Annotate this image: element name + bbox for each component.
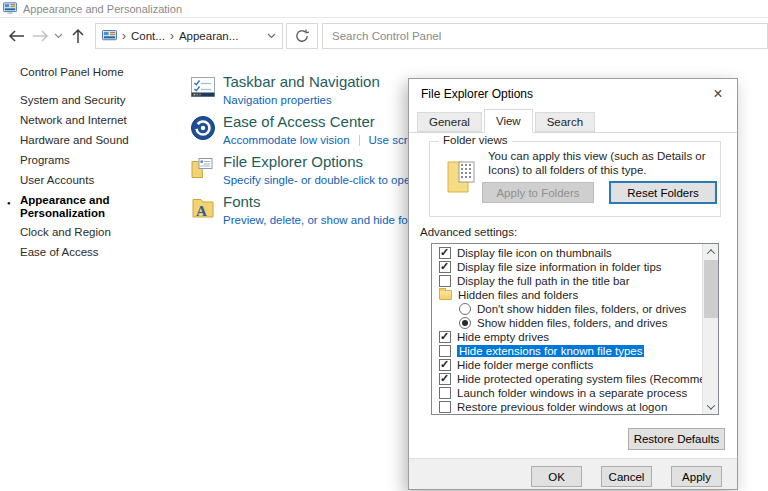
cancel-button[interactable]: Cancel bbox=[601, 466, 652, 487]
tab-general[interactable]: General bbox=[417, 112, 482, 132]
breadcrumb-item-appearance[interactable]: Appearan... bbox=[179, 30, 238, 42]
radio-button[interactable] bbox=[459, 317, 471, 329]
sidebar-item-clock-region[interactable]: Clock and Region bbox=[20, 226, 145, 239]
restore-defaults-button[interactable]: Restore Defaults bbox=[628, 428, 725, 450]
setting-display-file-size[interactable]: Display file size information in folder … bbox=[432, 260, 701, 274]
radio-button[interactable] bbox=[459, 303, 471, 315]
setting-display-full-path[interactable]: Display the full path in the title bar bbox=[432, 274, 701, 288]
refresh-button[interactable] bbox=[286, 23, 318, 49]
ease-of-access-icon bbox=[190, 115, 216, 141]
tab-view[interactable]: View bbox=[484, 109, 533, 133]
tab-search[interactable]: Search bbox=[535, 112, 595, 132]
sidebar-item-user-accounts[interactable]: User Accounts bbox=[20, 174, 145, 187]
file-explorer-options-icon bbox=[190, 155, 216, 181]
checkbox[interactable] bbox=[439, 261, 451, 273]
navigation-toolbar: › Cont... › Appearan... bbox=[0, 19, 768, 52]
breadcrumb-separator: › bbox=[122, 29, 126, 43]
scrollbar[interactable] bbox=[702, 244, 718, 414]
search-input[interactable] bbox=[323, 24, 767, 48]
advanced-settings-list: Display file icon on thumbnails Display … bbox=[431, 243, 719, 415]
taskbar-navigation-icon bbox=[190, 75, 216, 101]
control-panel-window: Appearance and Personalization bbox=[0, 0, 768, 491]
folder-views-description: You can apply this view (such as Details… bbox=[488, 149, 720, 177]
link-divider bbox=[359, 135, 360, 146]
folder-icon bbox=[439, 290, 452, 300]
link-accommodate-low-vision[interactable]: Accommodate low vision bbox=[223, 134, 350, 146]
tab-divider bbox=[409, 132, 737, 133]
sidebar-item-appearance-personalization[interactable]: Appearance and Personalization bbox=[20, 194, 145, 220]
setting-display-file-icon[interactable]: Display file icon on thumbnails bbox=[432, 246, 701, 260]
dialog-footer: OK Cancel Apply bbox=[409, 458, 737, 489]
chevron-down-icon[interactable] bbox=[52, 26, 64, 46]
control-panel-icon bbox=[3, 2, 17, 15]
refresh-icon bbox=[295, 29, 309, 43]
chevron-down-icon[interactable] bbox=[267, 33, 276, 39]
sidebar-item-network-internet[interactable]: Network and Internet bbox=[20, 114, 145, 127]
checkbox[interactable] bbox=[439, 275, 451, 287]
setting-restore-previous-windows[interactable]: Restore previous folder windows at logon bbox=[432, 400, 701, 414]
link-specify-click[interactable]: Specify single- or double-click to open bbox=[223, 174, 417, 186]
apply-button[interactable]: Apply bbox=[671, 466, 722, 487]
address-bar[interactable]: › Cont... › Appearan... bbox=[95, 23, 283, 49]
scroll-down-icon[interactable] bbox=[703, 399, 719, 414]
checkbox[interactable] bbox=[439, 387, 451, 399]
setting-hidden-files-group[interactable]: Hidden files and folders bbox=[432, 288, 701, 302]
sidebar-item-programs[interactable]: Programs bbox=[20, 154, 145, 167]
advanced-settings-label: Advanced settings: bbox=[420, 226, 517, 238]
setting-hide-extensions[interactable]: Hide extensions for known file types bbox=[432, 344, 701, 358]
dialog-tabs: General View Search bbox=[417, 112, 597, 133]
close-icon[interactable]: × bbox=[705, 83, 731, 105]
back-arrow-icon[interactable] bbox=[6, 26, 26, 46]
setting-dont-show-hidden[interactable]: Don't show hidden files, folders, or dri… bbox=[432, 302, 701, 316]
link-navigation-properties[interactable]: Navigation properties bbox=[223, 94, 332, 106]
breadcrumb-separator: › bbox=[170, 29, 174, 43]
checkbox[interactable] bbox=[439, 401, 451, 413]
setting-show-hidden[interactable]: Show hidden files, folders, and drives bbox=[432, 316, 701, 330]
fonts-icon: A bbox=[190, 195, 216, 221]
breadcrumb-item-control-panel[interactable]: Cont... bbox=[131, 30, 165, 42]
apply-to-folders-button[interactable]: Apply to Folders bbox=[482, 182, 594, 203]
checkbox[interactable] bbox=[439, 373, 451, 385]
sidebar-item-system-security[interactable]: System and Security bbox=[20, 94, 145, 107]
folder-views-group: Folder views You can apply this view (su… bbox=[429, 141, 721, 217]
svg-text:A: A bbox=[196, 203, 207, 219]
dialog-title: File Explorer Options bbox=[421, 87, 533, 101]
checkbox[interactable] bbox=[439, 331, 451, 343]
checkbox[interactable] bbox=[439, 359, 451, 371]
setting-hide-protected-files[interactable]: Hide protected operating system files (R… bbox=[432, 372, 701, 386]
sidebar-item-home[interactable]: Control Panel Home bbox=[20, 66, 124, 78]
ok-button[interactable]: OK bbox=[531, 466, 582, 487]
checkbox[interactable] bbox=[439, 247, 451, 259]
checkbox[interactable] bbox=[439, 345, 451, 357]
scrollbar-thumb[interactable] bbox=[704, 260, 718, 318]
window-titlebar: Appearance and Personalization bbox=[0, 0, 768, 18]
folder-views-legend: Folder views bbox=[439, 134, 512, 146]
sidebar-item-hardware-sound[interactable]: Hardware and Sound bbox=[20, 134, 145, 147]
forward-arrow-icon[interactable] bbox=[30, 26, 50, 46]
folder-details-icon bbox=[446, 154, 478, 196]
link-preview-fonts[interactable]: Preview, delete, or show and hide fonts bbox=[223, 214, 423, 226]
scroll-up-icon[interactable] bbox=[703, 244, 719, 259]
reset-folders-button[interactable]: Reset Folders bbox=[609, 181, 717, 204]
setting-hide-empty-drives[interactable]: Hide empty drives bbox=[432, 330, 701, 344]
control-panel-icon bbox=[102, 30, 117, 43]
dialog-titlebar: File Explorer Options × bbox=[409, 79, 737, 109]
search-box[interactable] bbox=[322, 23, 768, 49]
setting-hide-merge-conflicts[interactable]: Hide folder merge conflicts bbox=[432, 358, 701, 372]
window-title: Appearance and Personalization bbox=[23, 3, 182, 15]
file-explorer-options-dialog: File Explorer Options × General View Sea… bbox=[408, 78, 738, 490]
sidebar-item-ease-of-access[interactable]: Ease of Access bbox=[20, 246, 145, 259]
up-arrow-icon[interactable] bbox=[68, 26, 88, 46]
setting-launch-separate-process[interactable]: Launch folder windows in a separate proc… bbox=[432, 386, 701, 400]
